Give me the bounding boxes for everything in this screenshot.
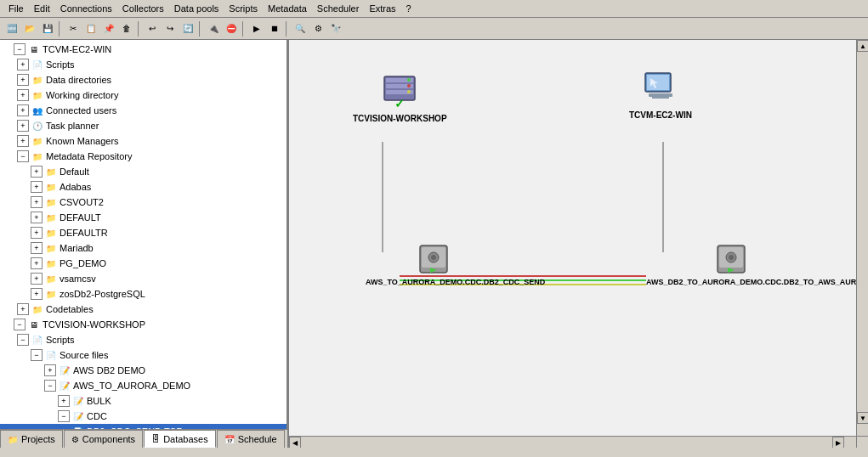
toolbar-redo[interactable]: ↪	[162, 20, 179, 37]
tree-workdir[interactable]: + 📁 Working directory	[0, 87, 286, 103]
expander-workdir[interactable]: +	[17, 89, 29, 101]
tree-root1[interactable]: − 🖥 TCVM-EC2-WIN	[0, 42, 286, 57]
tree-zosdb2[interactable]: + 📁 zosDb2-PostgreSQL	[0, 286, 286, 302]
expander-root1[interactable]: −	[14, 43, 26, 55]
menu-connections[interactable]: Connections	[55, 2, 117, 15]
tree-knownmgrs[interactable]: + 📁 Known Managers	[0, 133, 286, 149]
toolbar-cut[interactable]: ✂	[65, 20, 82, 37]
checkmark-workshop: ✓	[394, 97, 405, 110]
tree-cdc[interactable]: − 📝 CDC	[0, 409, 286, 424]
menu-edit[interactable]: Edit	[29, 2, 55, 15]
menu-datapools[interactable]: Data pools	[169, 2, 224, 15]
tree-codetables[interactable]: + 📁 Codetables	[0, 302, 286, 317]
expander-sourcefiles[interactable]: −	[31, 349, 43, 361]
scripts2-icon: 📄	[31, 333, 44, 347]
tree-connusers[interactable]: + 👥 Connected users	[0, 103, 286, 118]
toolbar-paste[interactable]: 📌	[100, 20, 117, 37]
menu-metadata[interactable]: Metadata	[263, 2, 312, 15]
tab-components[interactable]: ⚙ Components	[64, 430, 143, 448]
tree-workshop-scripts[interactable]: − 📄 Scripts	[0, 332, 286, 347]
tree-default[interactable]: + 📁 Default	[0, 164, 286, 179]
expander-DEFAULT[interactable]: +	[31, 212, 43, 223]
tree-scripts-1[interactable]: + 📄 Scripts	[0, 57, 286, 72]
toolbar-find[interactable]: 🔍	[292, 20, 309, 37]
awstoaurora-label: AWS_TO_AURORA_DEMO	[73, 381, 190, 391]
expander-adabas[interactable]: +	[31, 181, 43, 193]
scroll-up-btn[interactable]: ▲	[857, 40, 868, 52]
expander-workshop-scripts[interactable]: −	[17, 334, 29, 346]
canvas-scroll-right[interactable]: ▲ ▼	[856, 40, 868, 436]
tree-pgdemo[interactable]: + 📁 PG_DEMO	[0, 256, 286, 271]
tree-scroll[interactable]: − 🖥 TCVM-EC2-WIN + 📄 Scripts + 📁 Data d	[0, 40, 286, 429]
tab-schedule[interactable]: 📅 Schedule	[217, 430, 285, 448]
toolbar-new[interactable]: 🆕	[3, 20, 20, 37]
tree-sourcefiles[interactable]: − 📄 Source files	[0, 347, 286, 363]
expander-datadirs[interactable]: +	[17, 74, 29, 86]
tree-adabas[interactable]: + 📁 Adabas	[0, 179, 286, 195]
toolbar-copy[interactable]: 📋	[82, 20, 99, 37]
toolbar-sep-1	[59, 21, 62, 37]
clock-icon: 🕐	[31, 119, 44, 133]
tree-awstoaurora[interactable]: − 📝 AWS_TO_AURORA_DEMO	[0, 378, 286, 393]
expander-default[interactable]: +	[31, 166, 43, 178]
expander-root2[interactable]: −	[14, 319, 26, 330]
expander-scripts1[interactable]: +	[17, 59, 29, 71]
expander-awstoaurora[interactable]: −	[44, 380, 56, 392]
expander-connusers[interactable]: +	[17, 104, 29, 116]
right-canvas[interactable]: ✓ TCVISION-WORKSHOP TC	[289, 40, 868, 448]
toolbar-config[interactable]: ⚙	[309, 20, 326, 37]
expander-knownmgrs[interactable]: +	[17, 135, 29, 147]
tree-metarepo[interactable]: − 📁 Metadata Repository	[0, 149, 286, 164]
toolbar-refresh[interactable]: 🔄	[179, 20, 196, 37]
expander-task[interactable]: +	[17, 120, 29, 132]
expander-DEFAULTR[interactable]: +	[31, 227, 43, 239]
toolbar-zoom[interactable]: 🔭	[327, 20, 344, 37]
tree-db2cdcsend[interactable]: 📄 DB2_CDC_SEND.TSF	[0, 424, 286, 429]
tree-datadirs[interactable]: + 📁 Data directories	[0, 72, 286, 87]
menu-scripts[interactable]: Scripts	[224, 2, 263, 15]
tab-projects[interactable]: 📁 Projects	[0, 430, 63, 448]
expander-metarepo[interactable]: −	[17, 150, 29, 162]
node-sender[interactable]: AWS_TO_AURORA_DEMO.CDC.DB2_CDC_SEND	[366, 244, 502, 286]
toolbar-connect[interactable]: 🔌	[205, 20, 222, 37]
toolbar-run[interactable]: ▶	[248, 20, 265, 37]
toolbar-undo[interactable]: ↩	[144, 20, 161, 37]
toolbar-disconnect[interactable]: ⛔	[223, 20, 240, 37]
scroll-down-btn[interactable]: ▼	[857, 412, 868, 424]
folder-zosdb2-icon: 📁	[44, 287, 58, 301]
scroll-left-btn[interactable]: ◀	[289, 437, 301, 448]
tab-databases[interactable]: 🗄 Databases	[144, 430, 216, 448]
expander-bulk[interactable]: +	[58, 395, 70, 407]
tree-bulk[interactable]: + 📝 BULK	[0, 393, 286, 409]
expander-pgdemo[interactable]: +	[31, 257, 43, 269]
tree-DEFAULTR[interactable]: + 📁 DEFAULTR	[0, 225, 286, 240]
expander-awsdb2demo[interactable]: +	[44, 364, 56, 376]
scroll-right-btn[interactable]: ▶	[832, 437, 844, 448]
tree-vsamcsv[interactable]: + 📁 vsamcsv	[0, 271, 286, 286]
expander-zosdb2[interactable]: +	[31, 288, 43, 300]
node-ec2win[interactable]: TCVM-EC2-WIN	[629, 70, 692, 120]
canvas-scroll-bottom[interactable]: ◀ ▶	[289, 436, 856, 448]
toolbar-open[interactable]: 📂	[21, 20, 38, 37]
tree-taskplanner[interactable]: + 🕐 Task planner	[0, 118, 286, 133]
menu-scheduler[interactable]: Scheduler	[312, 2, 365, 15]
tree-mariadb[interactable]: + 📁 Mariadb	[0, 240, 286, 256]
toolbar-delete[interactable]: 🗑	[118, 20, 135, 37]
tree-DEFAULT[interactable]: + 📁 DEFAULT	[0, 210, 286, 225]
node-receiver[interactable]: AWS_DB2_TO_AURORA_DEMO.CDC.DB2_TO_AWS_AU…	[646, 244, 816, 286]
toolbar-save[interactable]: 💾	[39, 20, 56, 37]
tree-awsdb2demo[interactable]: + 📝 AWS DB2 DEMO	[0, 363, 286, 378]
menu-file[interactable]: File	[3, 2, 29, 15]
menu-help[interactable]: ?	[401, 2, 417, 15]
expander-cdc[interactable]: −	[58, 410, 70, 422]
node-workshop[interactable]: ✓ TCVISION-WORKSHOP	[353, 70, 447, 123]
menu-extras[interactable]: Extras	[364, 2, 400, 15]
expander-csvout2[interactable]: +	[31, 196, 43, 208]
menu-collectors[interactable]: Collectors	[117, 2, 169, 15]
tree-root2[interactable]: − 🖥 TCVISION-WORKSHOP	[0, 317, 286, 332]
tree-csvout2[interactable]: + 📁 CSVOUT2	[0, 195, 286, 210]
expander-codetables[interactable]: +	[17, 303, 29, 315]
expander-vsamcsv[interactable]: +	[31, 273, 43, 285]
expander-mariadb[interactable]: +	[31, 242, 43, 254]
toolbar-stop[interactable]: ⏹	[266, 20, 283, 37]
